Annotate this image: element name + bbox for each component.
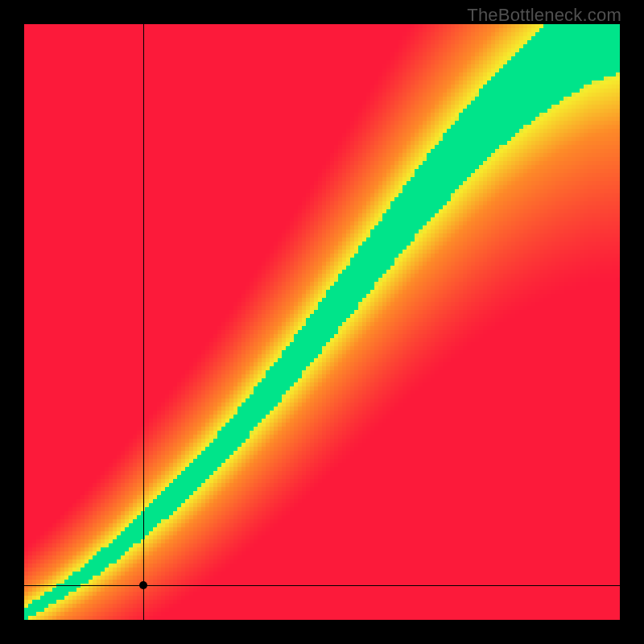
chart-frame: TheBottleneck.com — [0, 0, 644, 644]
crosshair-horizontal — [24, 585, 620, 586]
watermark-text: TheBottleneck.com — [467, 5, 621, 26]
plot-area — [24, 24, 620, 620]
heatmap-canvas — [24, 24, 620, 620]
crosshair-vertical — [143, 24, 144, 620]
